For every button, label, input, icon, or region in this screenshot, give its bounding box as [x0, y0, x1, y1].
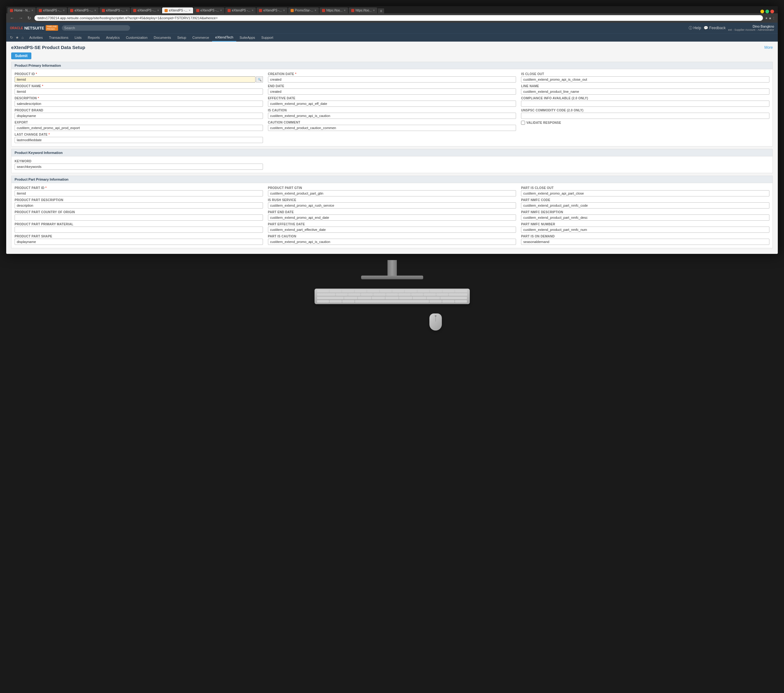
input-country-of-origin[interactable]	[15, 214, 263, 221]
input-part-nmfc-code[interactable]	[521, 202, 769, 209]
input-part-nmfc-number[interactable]	[521, 227, 769, 233]
input-last-change-date[interactable]	[15, 137, 263, 143]
input-unspsc[interactable]	[521, 113, 769, 119]
minimize-button[interactable]	[760, 10, 764, 13]
browser-tab-6[interactable]: eXtendPS -... ×	[162, 7, 193, 13]
forward-button[interactable]: →	[17, 15, 24, 21]
input-is-close-out[interactable]	[521, 76, 769, 82]
help-icon[interactable]: ⓘ Help	[688, 25, 701, 31]
menu-icon[interactable]: ⋮	[772, 16, 775, 20]
more-link[interactable]: More	[764, 45, 773, 50]
nav-extendtech[interactable]: eXtendTech	[212, 33, 236, 41]
field-part-nmfc-code: PART NMFC CODE	[521, 198, 769, 209]
browser-tab-7[interactable]: eXtendPS -... ×	[194, 7, 224, 13]
nav-lists[interactable]: Lists	[71, 34, 85, 41]
checkbox-validate-response[interactable]	[521, 121, 525, 125]
tab-close-9[interactable]: ×	[283, 9, 285, 12]
browser-tab-12[interactable]: https://too... ×	[349, 7, 377, 13]
browser-tab-10[interactable]: PromoStar-... ×	[288, 7, 319, 13]
input-part-is-on-demand[interactable]	[521, 239, 769, 245]
label-part-is-caution: PART IS CAUTION	[268, 235, 516, 238]
star-icon[interactable]: ★	[15, 35, 19, 40]
feedback-icon[interactable]: 💬 Feedback	[703, 26, 726, 30]
input-product-name[interactable]	[15, 89, 263, 95]
nav-suiteapps[interactable]: SuiteApps	[236, 34, 258, 41]
search-input[interactable]	[62, 25, 130, 31]
tab-close-5[interactable]: ×	[157, 9, 159, 12]
nav-documents[interactable]: Documents	[151, 34, 174, 41]
input-product-part-gtin[interactable]	[268, 190, 516, 197]
refresh-icon[interactable]: ↻	[10, 35, 13, 40]
input-keyword[interactable]	[15, 164, 263, 170]
browser-tab-1[interactable]: Home - N... ×	[7, 7, 36, 13]
tab-close-11[interactable]: ×	[344, 9, 346, 12]
nav-transactions[interactable]: Transactions	[46, 34, 72, 41]
input-product-part-id[interactable]	[15, 190, 263, 197]
nav-support[interactable]: Support	[259, 34, 277, 41]
browser-tab-4[interactable]: eXtendPS -... ×	[99, 7, 130, 13]
reload-button[interactable]: ↻	[26, 15, 32, 21]
browser-tab-3[interactable]: eXtendPS -... ×	[68, 7, 99, 13]
nav-setup[interactable]: Setup	[174, 34, 189, 41]
tab-close-2[interactable]: ×	[63, 9, 64, 12]
field-is-close-out: IS CLOSE OUT	[521, 72, 769, 82]
tab-close-1[interactable]: ×	[31, 9, 33, 12]
input-compliance-info[interactable]	[521, 100, 769, 107]
browser-tab-9[interactable]: eXtendPS -... ×	[257, 7, 287, 13]
input-end-date[interactable]	[268, 89, 516, 95]
user-role: ext - Supplier Account - Administrator	[728, 28, 774, 31]
tab-close-12[interactable]: ×	[373, 9, 375, 12]
field-product-name: PRODUCT NAME	[15, 84, 263, 95]
home-icon[interactable]: ⌂	[21, 35, 24, 40]
input-product-part-shape[interactable]	[15, 239, 263, 245]
input-effective-date[interactable]	[268, 100, 516, 107]
tab-close-3[interactable]: ×	[94, 9, 96, 12]
new-tab-button[interactable]: +	[378, 8, 384, 13]
input-caution-comment[interactable]	[268, 125, 516, 131]
input-primary-material[interactable]	[15, 227, 263, 233]
nav-reports[interactable]: Reports	[85, 34, 103, 41]
close-button[interactable]	[770, 10, 774, 13]
input-creation-date[interactable]	[268, 76, 516, 82]
input-product-brand[interactable]	[15, 113, 263, 119]
tab-close-7[interactable]: ×	[220, 9, 222, 12]
extensions-icon[interactable]: ■	[769, 16, 771, 20]
tab-close-10[interactable]: ×	[315, 9, 316, 12]
input-product-id[interactable]	[15, 76, 255, 82]
input-part-effective-date[interactable]	[268, 227, 516, 233]
part-info-section: Product Part Primary Information PRODUCT…	[11, 176, 773, 248]
tab-close-8[interactable]: ×	[252, 9, 254, 12]
field-is-caution: IS CAUTION	[268, 108, 516, 119]
tab-label-11: https://too...	[326, 9, 343, 12]
submit-button[interactable]: Submit	[11, 53, 31, 59]
nav-commerce[interactable]: Commerce	[189, 34, 212, 41]
browser-tab-8[interactable]: eXtendPS -... ×	[225, 7, 256, 13]
tab-close-6[interactable]: ×	[189, 9, 191, 12]
input-export[interactable]	[15, 125, 263, 131]
browser-tab-2[interactable]: eXtendPS -... ×	[36, 7, 67, 13]
input-is-rush-service[interactable]	[268, 202, 516, 209]
input-part-nmfc-description[interactable]	[521, 214, 769, 221]
tab-label-8: eXtendPS -...	[232, 9, 250, 12]
nav-activities[interactable]: Activities	[26, 34, 46, 41]
maximize-button[interactable]	[765, 10, 769, 13]
input-product-part-description[interactable]	[15, 202, 263, 209]
input-is-caution[interactable]	[268, 113, 516, 119]
bookmark-icon[interactable]: ★	[765, 16, 768, 20]
browser-tab-5[interactable]: eXtendPS -... ×	[131, 7, 161, 13]
mouse-button-divider	[435, 316, 436, 322]
browser-tab-11[interactable]: https://too... ×	[320, 7, 348, 13]
address-bar[interactable]	[34, 15, 763, 21]
input-description[interactable]	[15, 100, 263, 107]
header-search[interactable]	[62, 25, 130, 31]
input-line-name[interactable]	[521, 89, 769, 95]
input-part-is-close-out[interactable]	[521, 190, 769, 197]
nav-analytics[interactable]: Analytics	[103, 34, 123, 41]
input-part-is-caution[interactable]	[268, 239, 516, 245]
nav-customization[interactable]: Customization	[123, 34, 151, 41]
product-id-lookup-button[interactable]: 🔍	[256, 76, 263, 82]
spacebar-key	[355, 300, 429, 302]
back-button[interactable]: ←	[9, 15, 15, 21]
input-part-end-date[interactable]	[268, 214, 516, 221]
tab-close-4[interactable]: ×	[126, 9, 128, 12]
